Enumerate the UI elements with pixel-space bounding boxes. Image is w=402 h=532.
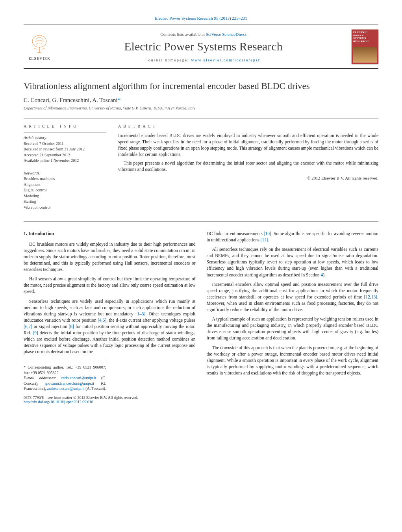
email-label: E-mail addresses: bbox=[24, 376, 61, 380]
corresponding-marker[interactable]: * bbox=[118, 97, 121, 103]
body-paragraph: DC brushless motors are widely employed … bbox=[24, 241, 196, 272]
abstract-column: ABSTRACT Incremental encoder based BLDC … bbox=[118, 124, 378, 214]
article-info-label: ARTICLE INFO bbox=[24, 124, 106, 128]
text-span: All sensorless techniques rely on the me… bbox=[207, 247, 379, 277]
cover-image-icon bbox=[353, 47, 377, 63]
keywords-block: Keywords: Brushless machines Alignment D… bbox=[24, 168, 106, 211]
abstract-copyright: © 2012 Elsevier B.V. All rights reserved… bbox=[118, 175, 378, 181]
body-paragraph: DC-link current measurements [10]. Some … bbox=[207, 230, 379, 243]
text-span: or signal injection bbox=[32, 324, 69, 329]
body-paragraph: All sensorless techniques rely on the me… bbox=[207, 246, 379, 278]
text-span: DC-link current measurements bbox=[207, 231, 264, 236]
history-accepted: Accepted 21 September 2012 bbox=[24, 152, 106, 158]
ref-link[interactable]: [8] bbox=[69, 324, 74, 329]
homepage-link[interactable]: www.elsevier.com/locate/epsr bbox=[191, 58, 260, 62]
text-span: Incremental encoders allow optimal speed… bbox=[207, 282, 379, 299]
history-received: Received 7 October 2011 bbox=[24, 141, 106, 147]
abstract-paragraph: This paper presents a novel algorithm fo… bbox=[118, 160, 378, 172]
contents-prefix: Contents lists available at bbox=[160, 32, 206, 37]
svg-point-0 bbox=[32, 35, 46, 47]
doi-footer: 0378-7796/$ – see front matter © 2012 El… bbox=[24, 395, 378, 404]
body-text: 1. Introduction DC brushless motors are … bbox=[24, 230, 378, 391]
column-left: 1. Introduction DC brushless motors are … bbox=[24, 230, 196, 391]
journal-cover-thumbnail: ELECTRIC POWER SYSTEMS RESEARCH bbox=[352, 30, 378, 64]
body-paragraph: The downside of this approach is that wh… bbox=[207, 345, 379, 376]
footnotes: * Corresponding author. Tel.: +39 0521 9… bbox=[24, 362, 106, 391]
authors-line: C. Concari, G. Franceschini, A. Toscani* bbox=[24, 97, 378, 104]
ref-link[interactable]: [6,7] bbox=[24, 324, 32, 329]
elsevier-tree-icon bbox=[24, 33, 55, 56]
history-revised: Received in revised form 31 July 2012 bbox=[24, 146, 106, 152]
history-label: Article history: bbox=[24, 135, 106, 141]
text-span: , the d-axis current after applying volt… bbox=[106, 318, 195, 323]
article-info-sidebar: ARTICLE INFO Article history: Received 7… bbox=[24, 124, 106, 214]
issn-line: 0378-7796/$ – see front matter © 2012 El… bbox=[24, 395, 378, 400]
ref-link[interactable]: [10] bbox=[264, 231, 271, 236]
keyword: Vibration control bbox=[24, 205, 106, 211]
column-right: DC-link current measurements [10]. Some … bbox=[207, 230, 379, 391]
keyword: Digital control bbox=[24, 187, 106, 193]
email-link[interactable]: carlo.concari@unipr.it bbox=[61, 376, 96, 380]
contents-available: Contents lists available at SciVerse Sci… bbox=[55, 32, 352, 37]
body-paragraph: Hall sensors allow a great simplicity of… bbox=[24, 276, 196, 295]
article-history: Article history: Received 7 October 2011… bbox=[24, 132, 106, 164]
body-paragraph: A typical example of such an application… bbox=[207, 316, 379, 341]
ref-link[interactable]: [11] bbox=[261, 237, 268, 242]
authors-text: C. Concari, G. Franceschini, A. Toscani bbox=[24, 97, 118, 103]
text-span: ). bbox=[323, 272, 326, 277]
corresponding-note: * Corresponding author. Tel.: +39 0521 9… bbox=[24, 365, 106, 375]
text-span: . bbox=[268, 237, 269, 242]
ref-link[interactable]: [9] bbox=[33, 330, 38, 335]
journal-name: Electric Power Systems Research bbox=[55, 40, 352, 53]
article-title: Vibrationless alignment algorithm for in… bbox=[24, 81, 378, 91]
section-heading: 1. Introduction bbox=[24, 230, 196, 237]
ref-link[interactable]: [12,13] bbox=[364, 295, 378, 299]
email-link[interactable]: andrea.toscani@unipr.it bbox=[47, 386, 84, 391]
journal-citation: Electric Power Systems Research 95 (2013… bbox=[24, 16, 378, 20]
keyword: Starting bbox=[24, 199, 106, 205]
abstract-paragraph: Incremental encoder based BLDC drives ar… bbox=[118, 132, 378, 158]
keyword: Alignment bbox=[24, 182, 106, 188]
email-link[interactable]: giovanni.franceschini@unipr.it bbox=[45, 381, 94, 386]
keywords-label: Keywords: bbox=[24, 171, 106, 176]
ref-link[interactable]: [1–3] bbox=[135, 311, 145, 316]
affiliation: Department of Information Engineering, U… bbox=[24, 106, 378, 110]
email-who: (A. Toscani). bbox=[85, 386, 106, 391]
publisher-name: ELSEVIER bbox=[24, 56, 55, 61]
keyword: Modeling bbox=[24, 193, 106, 199]
abstract-label: ABSTRACT bbox=[118, 124, 378, 128]
doi-link[interactable]: http://dx.doi.org/10.1016/j.epsr.2012.09… bbox=[24, 400, 93, 404]
journal-header: ELSEVIER Contents lists available at Sci… bbox=[24, 24, 378, 69]
text-span: detects the initial rotor position by th… bbox=[24, 330, 196, 354]
homepage-prefix: journal homepage: bbox=[146, 58, 191, 62]
ref-link[interactable]: [4,5] bbox=[98, 318, 106, 323]
history-online: Available online 1 November 2012 bbox=[24, 158, 106, 164]
body-paragraph: Incremental encoders allow optimal speed… bbox=[207, 281, 379, 313]
sciencedirect-link[interactable]: SciVerse ScienceDirect bbox=[206, 32, 246, 37]
keyword: Brushless machines bbox=[24, 176, 106, 182]
body-paragraph: Sensorless techniques are widely used es… bbox=[24, 298, 196, 355]
publisher-logo: ELSEVIER bbox=[24, 33, 55, 61]
journal-homepage: journal homepage: www.elsevier.com/locat… bbox=[55, 58, 352, 62]
email-addresses: E-mail addresses: carlo.concari@unipr.it… bbox=[24, 375, 106, 391]
cover-title: ELECTRIC POWER SYSTEMS RESEARCH bbox=[353, 31, 377, 43]
